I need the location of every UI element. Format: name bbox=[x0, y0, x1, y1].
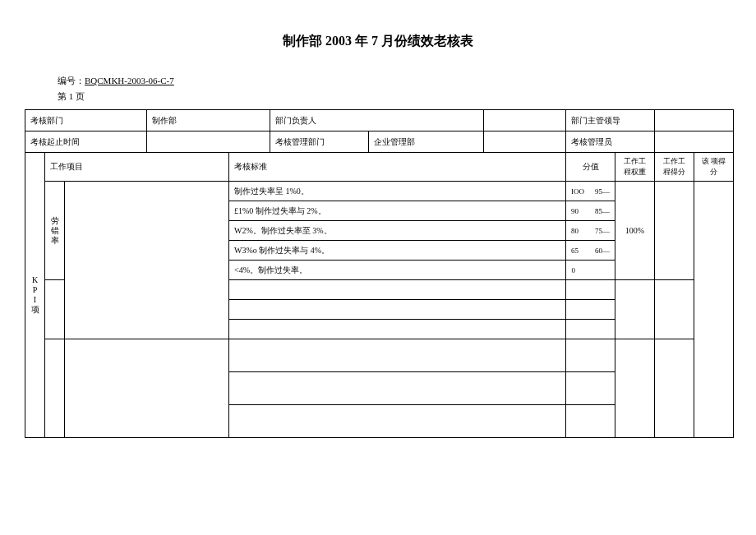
mgmt-dept-label: 考核管理部门 bbox=[270, 131, 369, 153]
page-indicator: 第 1 页 bbox=[58, 90, 731, 103]
owner-label: 部门负责人 bbox=[270, 110, 484, 131]
column-header-row: K P I 项 工作项目 考核标准 分值 工作工程权重 工作工程得分 该 项得分 bbox=[25, 153, 734, 182]
header-row-1: 考核部门 制作部 部门负责人 部门主管领导 bbox=[25, 110, 734, 131]
empty-score bbox=[566, 405, 615, 438]
weight-cell: 100% bbox=[615, 182, 655, 280]
empty-got bbox=[655, 280, 694, 339]
col-criteria: 考核标准 bbox=[229, 153, 566, 182]
criteria-cell: <4%。制作过失率。 bbox=[229, 261, 566, 280]
criteria-cell: £1%0 制作过失率与 2%。 bbox=[229, 201, 566, 221]
kpi-label: K P I 项 bbox=[25, 153, 45, 438]
col-score: 分值 bbox=[566, 153, 615, 182]
score-top: 75— bbox=[581, 221, 615, 241]
score-bottom: 90 bbox=[566, 201, 581, 221]
col-weight: 工作工程权重 bbox=[615, 153, 655, 182]
leader-label: 部门主管领导 bbox=[566, 110, 655, 131]
empty-criteria bbox=[229, 405, 566, 438]
empty-group bbox=[45, 280, 65, 339]
empty-criteria bbox=[229, 300, 566, 320]
score-bottom: 0 bbox=[566, 261, 581, 280]
owner-value bbox=[484, 110, 566, 131]
doc-number: BQCMKH-2003-06-C-7 bbox=[85, 76, 174, 85]
score-top: 85— bbox=[581, 201, 615, 221]
empty-weight-2 bbox=[615, 339, 655, 438]
score-bottom: IOO bbox=[566, 182, 581, 201]
col-total: 该 项得分 bbox=[694, 153, 734, 182]
score-top: 60— bbox=[581, 241, 615, 261]
dept-value: 制作部 bbox=[147, 110, 270, 131]
item-cell bbox=[65, 182, 229, 339]
empty-score bbox=[566, 339, 615, 372]
empty-weight bbox=[615, 280, 655, 339]
empty-score bbox=[566, 372, 615, 405]
empty-score bbox=[566, 300, 615, 320]
got-cell bbox=[655, 182, 694, 280]
header-row-2: 考核起止时间 考核管理部门 企业管理部 考核管理员 bbox=[25, 131, 734, 153]
empty-item-2 bbox=[65, 339, 229, 438]
criteria-cell: 制作过失率呈 1%0。 bbox=[229, 182, 566, 201]
empty-criteria bbox=[229, 372, 566, 405]
empty-group-2 bbox=[45, 339, 65, 438]
doc-number-line: 编号：BQCMKH-2003-06-C-7 bbox=[58, 75, 731, 87]
total-cell bbox=[694, 182, 734, 438]
score-top: 95— bbox=[581, 182, 615, 201]
mgmt-dept-blank bbox=[484, 131, 566, 153]
time-value bbox=[147, 131, 270, 153]
empty-criteria bbox=[229, 339, 566, 372]
empty-score bbox=[566, 280, 615, 300]
score-bottom: 65 bbox=[566, 241, 581, 261]
time-label: 考核起止时间 bbox=[25, 131, 147, 153]
page-title: 制作部 2003 年 7 月份绩效老核表 bbox=[25, 33, 731, 50]
criteria-cell: W2%。制作过失率至 3%。 bbox=[229, 221, 566, 241]
empty-criteria bbox=[229, 280, 566, 300]
performance-table: 考核部门 制作部 部门负责人 部门主管领导 考核起止时间 考核管理部门 企业管理… bbox=[25, 109, 734, 438]
table-row bbox=[25, 339, 734, 372]
leader-value bbox=[655, 110, 734, 131]
col-item: 工作项目 bbox=[45, 153, 229, 182]
criteria-cell: W3%o 制作过失率与 4%。 bbox=[229, 241, 566, 261]
score-top bbox=[581, 261, 615, 280]
manager-value bbox=[655, 131, 734, 153]
col-got: 工作工程得分 bbox=[655, 153, 694, 182]
empty-score bbox=[566, 320, 615, 339]
mgmt-dept-value: 企业管理部 bbox=[369, 131, 484, 153]
manager-label: 考核管理员 bbox=[566, 131, 655, 153]
row-group-label: 劳错率 bbox=[45, 182, 65, 280]
score-bottom: 80 bbox=[566, 221, 581, 241]
doc-number-label: 编号： bbox=[58, 76, 85, 85]
empty-criteria bbox=[229, 320, 566, 339]
table-row: 劳错率 制作过失率呈 1%0。 IOO 95— 100% bbox=[25, 182, 734, 201]
dept-label: 考核部门 bbox=[25, 110, 147, 131]
empty-got-2 bbox=[655, 339, 694, 438]
